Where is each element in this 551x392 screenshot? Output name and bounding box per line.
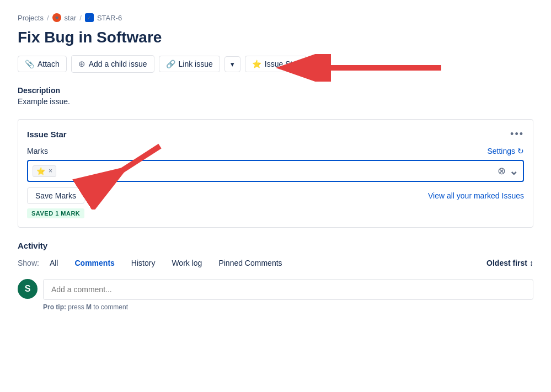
page-title: Fix Bug in Software (18, 29, 533, 46)
comment-row: S (18, 279, 533, 300)
breadcrumb-sep2: / (79, 14, 82, 22)
activity-filter-bar: Show: All Comments History Work log Pinn… (18, 256, 533, 270)
clear-icon[interactable]: ⊗ (497, 165, 506, 177)
issue-check-icon: ✓ (85, 13, 94, 22)
attach-button[interactable]: 📎 Attach (18, 56, 67, 72)
activity-title: Activity (18, 241, 533, 250)
sort-control[interactable]: Oldest first ↕ (486, 259, 533, 267)
star-tag: ⭐ × (33, 165, 56, 177)
sort-label: Oldest first (486, 259, 527, 267)
more-options-button[interactable]: ••• (510, 128, 524, 140)
chevron-down-icon[interactable]: ⌄ (509, 164, 518, 178)
description-text: Example issue. (18, 97, 533, 106)
star-emoji: ⭐ (36, 167, 45, 175)
issue-star-header: Issue Star ••• (27, 128, 524, 140)
input-right-icons: ⊗ ⌄ (497, 164, 518, 178)
dropdown-button[interactable]: ▾ (224, 56, 240, 72)
view-all-link[interactable]: View all your marked Issues (428, 191, 524, 200)
issue-star-button[interactable]: ⭐ Issue Star (245, 56, 307, 72)
chevron-down-icon: ▾ (231, 60, 234, 68)
issue-star-section-title: Issue Star (27, 130, 67, 139)
filter-history-button[interactable]: History (125, 256, 162, 270)
link-issue-button[interactable]: 🔗 Link issue (159, 56, 220, 72)
marks-label: Marks (27, 147, 48, 155)
link-icon: 🔗 (166, 60, 175, 68)
show-label: Show: (18, 259, 39, 267)
avatar: S (18, 279, 38, 299)
filter-comments-button[interactable]: Comments (68, 256, 120, 270)
sort-icon: ↕ (529, 259, 533, 267)
pro-tip-key: M (86, 303, 92, 311)
description-section: Description Example issue. (18, 86, 533, 106)
breadcrumb-projects[interactable]: Projects (18, 14, 44, 22)
add-child-issue-button[interactable]: ⊕ Add a child issue (71, 55, 154, 73)
issue-star-section: Issue Star ••• Marks Settings ↻ ⭐ × ⊗ ⌄ … (18, 119, 533, 228)
pro-tip: Pro tip: press M to comment (43, 303, 533, 311)
breadcrumb-sep1: / (47, 14, 49, 22)
toolbar: 📎 Attach ⊕ Add a child issue 🔗 Link issu… (18, 55, 533, 73)
filter-pinned-button[interactable]: Pinned Comments (212, 256, 288, 270)
save-marks-button[interactable]: Save Marks (27, 187, 84, 204)
marks-row: Marks Settings ↻ (27, 147, 524, 155)
star-tag-remove-button[interactable]: × (49, 167, 52, 175)
breadcrumb-star[interactable]: star (65, 14, 77, 22)
settings-label: Settings (487, 147, 515, 155)
comment-input[interactable] (43, 279, 533, 300)
breadcrumb: Projects / ★ star / ✓ STAR-6 (18, 13, 533, 22)
child-issue-icon: ⊕ (78, 59, 85, 69)
star-icon: ⭐ (252, 60, 261, 68)
marks-input[interactable]: ⭐ × ⊗ ⌄ (27, 160, 524, 182)
marks-actions: Save Marks View all your marked Issues (27, 187, 524, 204)
refresh-icon: ↻ (517, 147, 524, 155)
saved-badge: SAVED 1 MARK (27, 208, 84, 218)
star-project-icon: ★ (52, 13, 61, 22)
activity-section: Activity Show: All Comments History Work… (18, 241, 533, 311)
settings-link[interactable]: Settings ↻ (487, 147, 524, 155)
filter-worklog-button[interactable]: Work log (165, 256, 208, 270)
attach-icon: 📎 (25, 60, 34, 68)
filter-all-button[interactable]: All (44, 256, 65, 270)
breadcrumb-issue-id[interactable]: STAR-6 (97, 14, 122, 22)
description-heading: Description (18, 86, 533, 95)
